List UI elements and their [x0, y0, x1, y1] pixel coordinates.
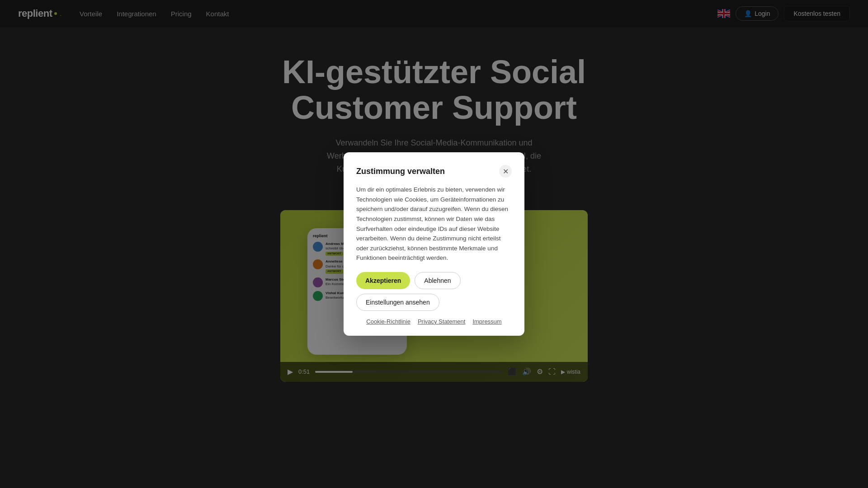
close-modal-button[interactable]: ✕ [499, 165, 512, 178]
modal-header: Zustimmung verwalten ✕ [356, 165, 512, 178]
privacy-statement-link[interactable]: Privacy Statement [418, 318, 466, 325]
settings-button[interactable]: Einstellungen ansehen [356, 294, 439, 311]
accept-button[interactable]: Akzeptieren [356, 272, 410, 289]
impressum-link[interactable]: Impressum [472, 318, 501, 325]
modal-body: Um dir ein optimales Erlebnis zu bieten,… [356, 185, 512, 263]
modal-actions: Akzeptieren Ablehnen Einstellungen anseh… [356, 272, 512, 311]
modal-overlay: Zustimmung verwalten ✕ Um dir ein optima… [0, 0, 868, 488]
cookie-modal: Zustimmung verwalten ✕ Um dir ein optima… [344, 152, 524, 336]
decline-button[interactable]: Ablehnen [415, 272, 460, 289]
cookie-policy-link[interactable]: Cookie-Richtlinie [366, 318, 410, 325]
modal-links: Cookie-Richtlinie Privacy Statement Impr… [356, 318, 512, 325]
modal-title: Zustimmung verwalten [356, 167, 445, 176]
